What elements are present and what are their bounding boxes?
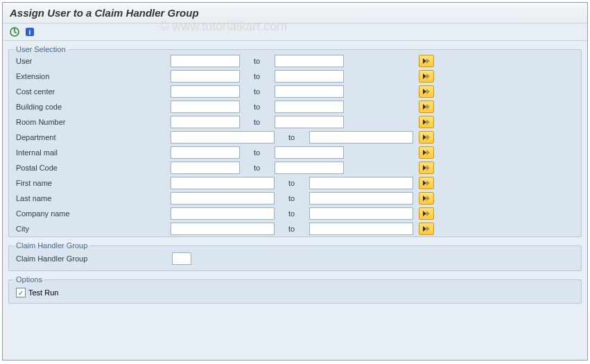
to-input[interactable] — [309, 192, 413, 205]
svg-text:i: i — [29, 28, 31, 36]
field-label: User — [15, 57, 171, 65]
from-input[interactable] — [171, 85, 240, 98]
from-input[interactable] — [171, 207, 275, 220]
multiple-selection-button[interactable] — [419, 162, 434, 174]
to-label: to — [240, 72, 275, 80]
field-label: City — [15, 225, 171, 233]
from-input[interactable] — [171, 116, 240, 128]
from-input[interactable] — [171, 55, 240, 67]
field-label: Cost center — [15, 87, 171, 96]
to-input[interactable] — [275, 101, 344, 113]
selection-row: Extensionto — [9, 69, 581, 84]
to-input[interactable] — [275, 85, 344, 98]
selection-row: Userto — [9, 53, 581, 69]
test-run-checkbox[interactable]: ✓ — [16, 288, 26, 297]
from-input[interactable] — [171, 101, 240, 113]
to-input[interactable] — [309, 207, 413, 220]
field-label: Internal mail — [15, 148, 171, 157]
multiple-selection-button[interactable] — [419, 85, 434, 98]
selection-row: Departmentto — [9, 130, 581, 145]
to-input[interactable] — [275, 116, 344, 128]
to-input[interactable] — [309, 223, 413, 235]
claim-handler-input[interactable] — [172, 252, 191, 265]
field-label: Room Number — [15, 118, 171, 126]
multiple-selection-button[interactable] — [419, 207, 434, 220]
to-label: to — [275, 225, 309, 233]
multiple-selection-button[interactable] — [419, 116, 434, 128]
selection-row: Internal mailto — [9, 145, 581, 160]
from-input[interactable] — [171, 146, 240, 159]
selection-row: Company nameto — [9, 206, 581, 221]
legend-options: Options — [13, 275, 45, 284]
info-icon[interactable]: i — [24, 26, 36, 37]
selection-row: Cityto — [9, 221, 581, 236]
to-input[interactable] — [275, 146, 344, 159]
field-label: Postal Code — [15, 164, 171, 172]
multiple-selection-button[interactable] — [419, 101, 434, 113]
field-label: Company name — [15, 209, 171, 218]
to-label: to — [240, 148, 275, 157]
from-input[interactable] — [171, 177, 275, 189]
group-options: Options ✓ Test Run — [8, 275, 582, 304]
execute-icon[interactable] — [8, 26, 21, 37]
to-label: to — [275, 209, 309, 218]
field-label: Last name — [15, 194, 171, 202]
from-input[interactable] — [171, 131, 275, 144]
from-input[interactable] — [171, 70, 240, 83]
content: User Selection UsertoExtensiontoCost cen… — [3, 41, 587, 312]
to-label: to — [240, 103, 275, 111]
from-input[interactable] — [171, 162, 240, 174]
selection-row: Last nameto — [9, 191, 581, 206]
multiple-selection-button[interactable] — [419, 146, 434, 159]
multiple-selection-button[interactable] — [419, 70, 434, 83]
to-label: to — [275, 179, 309, 187]
to-label: to — [240, 164, 275, 172]
group-user-selection: User Selection UsertoExtensiontoCost cen… — [8, 45, 582, 237]
from-input[interactable] — [171, 192, 275, 205]
selection-row: First nameto — [9, 175, 581, 191]
to-label: to — [240, 118, 275, 126]
to-input[interactable] — [275, 162, 344, 174]
field-label: Extension — [15, 72, 171, 80]
group-claim-handler: Claim Handler Group Claim Handler Group — [8, 241, 582, 271]
legend-claim-handler: Claim Handler Group — [13, 241, 90, 250]
selection-row: Building codeto — [9, 99, 581, 114]
field-label: First name — [15, 179, 171, 187]
to-label: to — [275, 133, 309, 141]
app-frame: Assign User to a Claim Handler Group © w… — [2, 2, 588, 361]
multiple-selection-button[interactable] — [419, 177, 434, 189]
to-label: to — [240, 87, 275, 96]
selection-row: Postal Codeto — [9, 160, 581, 175]
field-label: Building code — [15, 103, 171, 111]
page-title: Assign User to a Claim Handler Group — [10, 7, 580, 19]
to-input[interactable] — [309, 177, 413, 189]
claim-handler-label: Claim Handler Group — [16, 254, 172, 263]
toolbar: i — [3, 24, 587, 41]
to-label: to — [240, 57, 275, 65]
multiple-selection-button[interactable] — [419, 55, 434, 67]
to-input[interactable] — [309, 131, 413, 144]
field-label: Department — [15, 133, 171, 141]
from-input[interactable] — [171, 223, 275, 235]
title-bar: Assign User to a Claim Handler Group — [3, 3, 587, 24]
selection-row: Room Numberto — [9, 114, 581, 130]
multiple-selection-button[interactable] — [419, 131, 434, 144]
to-input[interactable] — [275, 55, 344, 67]
multiple-selection-button[interactable] — [419, 192, 434, 205]
multiple-selection-button[interactable] — [419, 223, 434, 235]
to-label: to — [275, 194, 309, 202]
selection-row: Cost centerto — [9, 84, 581, 99]
to-input[interactable] — [275, 70, 344, 83]
legend-user-selection: User Selection — [13, 45, 69, 53]
test-run-label: Test Run — [28, 288, 58, 297]
